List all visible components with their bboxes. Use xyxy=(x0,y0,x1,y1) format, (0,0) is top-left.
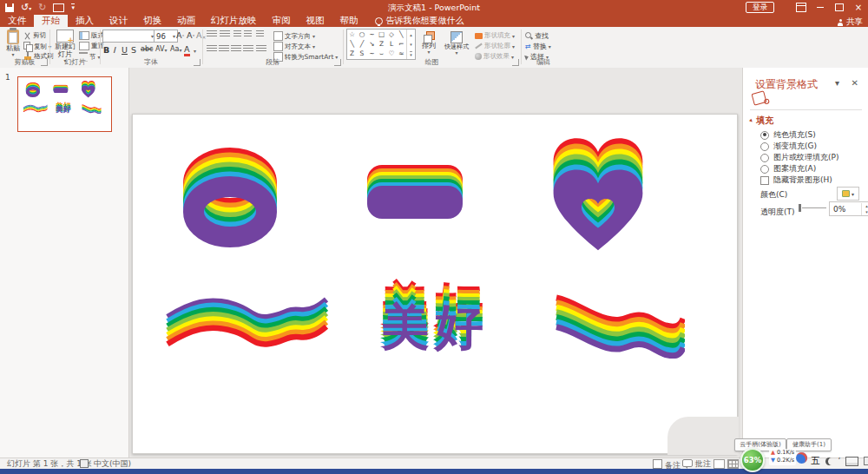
speedup-ball[interactable]: 63% xyxy=(740,448,765,472)
minimize-button[interactable] xyxy=(811,0,830,15)
find-icon xyxy=(525,32,533,40)
rainbow-wordart-text[interactable]: 美好 xyxy=(369,303,501,352)
spinner-arrows[interactable]: ▴▾ xyxy=(861,203,868,215)
shape-outline-button[interactable]: 形状轮廓▾ xyxy=(475,42,515,50)
shape-gallery-item[interactable]: ≈ xyxy=(398,49,404,57)
shape-gallery-item[interactable]: Z xyxy=(379,40,384,48)
shape-gallery-item[interactable]: ╲ xyxy=(350,40,354,48)
tab-animations[interactable]: 动画 xyxy=(169,15,203,27)
moon-icon[interactable] xyxy=(825,458,833,465)
ime-extra-icon[interactable] xyxy=(864,457,868,465)
language-indicator[interactable]: 中文(中国) xyxy=(94,459,131,469)
slide-thumbnail[interactable]: 美好 xyxy=(17,76,112,132)
radio-icon xyxy=(760,165,769,174)
minimize-icon xyxy=(817,7,824,8)
tab-review[interactable]: 审阅 xyxy=(265,15,299,27)
shape-gallery-item[interactable]: ♡ xyxy=(389,49,395,57)
comments-icon xyxy=(682,459,693,467)
normal-view-icon[interactable] xyxy=(713,459,725,469)
rainbow-heart-shape[interactable] xyxy=(81,81,95,99)
shape-gallery-item[interactable]: ○ xyxy=(359,30,365,38)
option-picture-fill[interactable]: 图片或纹理填充(P) xyxy=(760,152,838,163)
pane-close-button[interactable]: ✕ xyxy=(852,78,858,88)
ime-mode-button[interactable]: 五 xyxy=(811,455,820,467)
rainbow-wordart-text[interactable]: 美好 xyxy=(54,106,74,113)
transparency-slider-knob[interactable] xyxy=(799,204,801,212)
ribbon-tabs: 文件 开始 插入 设计 切换 动画 幻灯片放映 审阅 视图 帮助 告诉我你想要做… xyxy=(0,15,868,27)
format-background-pane: 设置背景格式 ▾ ✕ ▸ 填充 纯色填充(S) 渐变填充(G) 图片或纹理填充(… xyxy=(742,68,868,458)
drawing-dialog-launcher[interactable] xyxy=(512,59,519,66)
rainbow-rounded-rect-svg xyxy=(53,84,69,93)
transparency-spinner[interactable]: 0% ▴▾ xyxy=(829,201,868,216)
shape-gallery-item[interactable]: L xyxy=(390,40,393,48)
arrange-button[interactable]: 排列▾ xyxy=(418,31,440,56)
shapes-gallery-scrollbar[interactable]: ▴▾▾ xyxy=(406,30,415,59)
option-gradient-fill[interactable]: 渐变填充(G) xyxy=(760,141,817,152)
option-pattern-fill[interactable]: 图案填充(A) xyxy=(760,163,816,174)
drawing-group-label: 绘图 xyxy=(343,57,521,67)
rainbow-wave-left-shape[interactable] xyxy=(23,104,48,113)
rainbow-rounded-rect-shape[interactable] xyxy=(53,84,69,94)
rainbow-wave-right-shape[interactable] xyxy=(555,289,685,362)
arrange-icon xyxy=(424,31,434,42)
close-button[interactable]: × xyxy=(849,0,868,15)
keyboard-icon[interactable] xyxy=(845,457,858,466)
shape-gallery-item[interactable]: S xyxy=(360,49,365,57)
shapes-gallery: ☆○~□◇╲╲╱↘ZL⌐ZS~⌣♡≈ ▴▾▾ xyxy=(346,29,416,60)
option-solid-fill[interactable]: 纯色填充(S) xyxy=(760,129,816,141)
pane-options-dropdown[interactable]: ▾ xyxy=(835,78,839,88)
shape-gallery-item[interactable]: ↘ xyxy=(369,40,374,48)
rainbow-donut-shape[interactable] xyxy=(181,147,280,252)
tab-insert[interactable]: 插入 xyxy=(68,15,102,27)
rainbow-heart-shape[interactable] xyxy=(549,135,647,254)
find-button[interactable]: 查找 xyxy=(525,31,549,41)
rainbow-wave-svg xyxy=(23,104,48,113)
option-hide-background[interactable]: 隐藏背景图形(H) xyxy=(760,174,832,186)
ribbon-display-options-button[interactable] xyxy=(792,0,811,15)
editing-group-label: 编辑 xyxy=(521,57,566,67)
rainbow-rounded-rect-shape[interactable] xyxy=(363,163,467,224)
tab-transitions[interactable]: 切换 xyxy=(135,15,169,27)
maximize-icon xyxy=(835,3,844,11)
tell-me-box[interactable]: 告诉我你想要做什么 xyxy=(375,15,464,27)
windows-taskbar[interactable] xyxy=(0,469,868,474)
slide-sorter-icon[interactable] xyxy=(727,459,739,469)
fill-section-header[interactable]: ▸ 填充 xyxy=(750,115,774,127)
title-bar: ↺▾ ↻ ▾ 演示文稿1 - PowerPoint 登录 × xyxy=(0,0,868,15)
shape-gallery-item[interactable]: ~ xyxy=(369,49,374,57)
maximize-button[interactable] xyxy=(830,0,849,15)
window-title: 演示文稿1 - PowerPoint xyxy=(0,3,868,14)
shape-gallery-item[interactable]: ~ xyxy=(369,30,374,38)
tab-slideshow[interactable]: 幻灯片放映 xyxy=(203,15,265,27)
tab-help[interactable]: 帮助 xyxy=(332,15,366,27)
paint-bucket-icon xyxy=(751,90,766,105)
shape-gallery-item[interactable]: ⌐ xyxy=(398,40,404,48)
shape-gallery-item[interactable]: ╱ xyxy=(360,40,365,48)
rainbow-wave-left-shape[interactable] xyxy=(166,294,328,353)
tab-home[interactable]: 开始 xyxy=(34,15,68,27)
comments-button[interactable]: 批注 xyxy=(682,459,711,469)
tab-design[interactable]: 设计 xyxy=(102,15,135,27)
sign-in-button[interactable]: 登录 xyxy=(746,2,774,13)
tab-view[interactable]: 视图 xyxy=(299,15,332,27)
shape-gallery-item[interactable]: ╲ xyxy=(399,30,404,38)
shape-gallery-item[interactable]: □ xyxy=(378,30,385,38)
browser-tray-icon[interactable] xyxy=(796,452,807,464)
transparency-slider-track[interactable] xyxy=(802,207,826,208)
rainbow-donut-shape[interactable] xyxy=(25,82,40,98)
quick-styles-button[interactable]: 快速样式▾ xyxy=(442,31,471,56)
shape-fill-button[interactable]: 形状填充▾ xyxy=(475,31,515,40)
tab-file[interactable]: 文件 xyxy=(0,15,34,27)
punctuation-icon[interactable]: ’ xyxy=(838,457,841,465)
shape-gallery-item[interactable]: ☆ xyxy=(349,30,355,38)
rainbow-wave-right-shape[interactable] xyxy=(82,103,102,115)
slide[interactable]: 美好 xyxy=(132,114,738,454)
color-dropdown-button[interactable]: ▾ xyxy=(837,187,859,201)
shape-gallery-item[interactable]: ⌣ xyxy=(379,49,384,58)
rainbow-wave-svg xyxy=(82,103,102,114)
replace-button[interactable]: ⇄替换▾ xyxy=(525,42,551,51)
transparency-label: 透明度(T) xyxy=(760,207,795,218)
radio-icon xyxy=(760,154,769,162)
shape-gallery-item[interactable]: Z xyxy=(350,49,354,57)
shape-gallery-item[interactable]: ◇ xyxy=(389,30,394,38)
